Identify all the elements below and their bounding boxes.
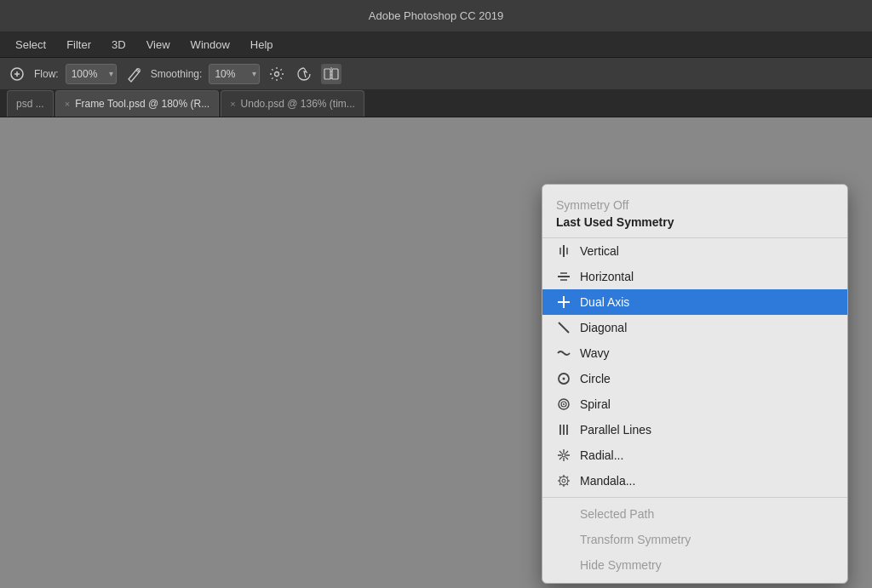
dropdown-item-mandala[interactable]: Mandala... [542,468,847,494]
tab-frame-tool[interactable]: × Frame Tool.psd @ 180% (R... [55,90,219,117]
dropdown-item-parallel-lines[interactable]: Parallel Lines [542,417,847,442]
dropdown-item-transform-symmetry: Transform Symmetry [542,527,847,552]
tab-psd-label: psd ... [16,98,44,110]
hide-symmetry-label: Hide Symmetry [580,558,662,572]
svg-point-23 [562,454,565,457]
vertical-icon [556,243,571,259]
horizontal-label: Horizontal [580,270,634,283]
svg-rect-13 [558,301,570,303]
app-title: Adobe Photoshop CC 2019 [369,9,503,22]
hide-symmetry-icon [556,557,571,573]
svg-point-19 [563,403,565,405]
tabs-bar: psd ... × Frame Tool.psd @ 180% (R... × … [0,90,872,117]
tab-psd[interactable]: psd ... [7,90,54,117]
menu-help[interactable]: Help [242,36,282,54]
smoothing-select-wrap: 10% [209,64,260,84]
svg-rect-9 [558,276,570,277]
menu-3d[interactable]: 3D [103,36,135,54]
symmetry-dropdown: Symmetry Off Last Used Symmetry Vertical [542,184,848,584]
transform-symmetry-label: Transform Symmetry [580,533,691,546]
radial-label: Radial... [580,448,623,462]
svg-line-38 [559,477,561,478]
menu-view[interactable]: View [138,36,179,54]
wavy-icon [556,345,571,361]
svg-line-29 [565,457,568,460]
parallel-lines-label: Parallel Lines [580,423,651,437]
brush-mode-icon[interactable] [7,64,27,84]
title-bar: Adobe Photoshop CC 2019 [0,0,872,32]
svg-rect-4 [332,69,338,79]
menu-select[interactable]: Select [7,36,54,54]
pressure-icon[interactable] [294,64,314,84]
selected-path-label: Selected Path [580,507,654,521]
diagonal-label: Diagonal [580,321,627,334]
radial-icon [556,448,571,463]
menu-bar: Select Filter 3D View Window Help [0,32,872,58]
dropdown-item-radial[interactable]: Radial... [542,442,847,468]
last-used-symmetry-item[interactable]: Last Used Symmetry [556,214,834,231]
app-window: Adobe Photoshop CC 2019 Select Filter 3D… [0,0,872,588]
svg-rect-3 [324,69,330,79]
flow-select[interactable]: 100% [66,64,117,84]
dropdown-item-diagonal[interactable]: Diagonal [542,315,847,340]
dropdown-item-horizontal[interactable]: Horizontal [542,264,847,289]
canvas-area[interactable]: Symmetry Off Last Used Symmetry Vertical [0,117,872,588]
mandala-icon [556,473,571,488]
flow-select-wrap: 100% [66,64,117,84]
vertical-label: Vertical [580,244,619,258]
dual-axis-label: Dual Axis [580,295,629,309]
svg-line-28 [559,451,562,454]
stylus-icon[interactable] [123,64,144,84]
flow-label: Flow: [34,68,59,80]
smoothing-select[interactable]: 10% [209,64,260,84]
svg-line-14 [559,323,569,333]
dropdown-item-wavy[interactable]: Wavy [542,340,847,366]
tab-undo-close[interactable]: × [230,99,235,109]
tab-frame-tool-close[interactable]: × [65,99,70,109]
svg-line-31 [559,457,562,460]
svg-point-16 [563,378,565,380]
dropdown-item-circle[interactable]: Circle [542,366,847,391]
symmetry-icon[interactable] [321,64,341,84]
diagonal-icon [556,320,571,335]
svg-point-2 [275,71,279,76]
dropdown-item-selected-path: Selected Path [542,501,847,527]
svg-line-30 [565,451,568,454]
tab-undo-label: Undo.psd @ 136% (tim... [241,98,355,110]
svg-line-40 [566,477,568,478]
horizontal-icon [556,269,571,284]
svg-rect-6 [563,245,565,257]
circle-label: Circle [580,372,611,385]
dropdown-top-section: Symmetry Off Last Used Symmetry [542,190,847,238]
toolbar: Flow: 100% Smoothing: 10% [0,58,872,90]
tab-undo[interactable]: × Undo.psd @ 136% (tim... [221,90,364,117]
dropdown-item-hide-symmetry: Hide Symmetry [542,552,847,578]
spiral-label: Spiral [580,397,611,411]
dropdown-bottom-section: Selected Path Transform Symmetry Hide Sy… [542,497,847,578]
dropdown-item-vertical[interactable]: Vertical [542,238,847,264]
svg-line-41 [559,483,561,485]
circle-icon [556,371,571,386]
dropdown-item-spiral[interactable]: Spiral [542,391,847,417]
transform-symmetry-icon [556,532,571,547]
wavy-label: Wavy [580,346,609,360]
svg-line-39 [566,483,568,485]
menu-window[interactable]: Window [182,36,238,54]
symmetry-off-item: Symmetry Off [556,195,834,214]
dual-axis-icon [556,294,571,310]
mandala-label: Mandala... [580,474,635,488]
selected-path-icon [556,506,571,522]
parallel-lines-icon [556,422,571,437]
menu-filter[interactable]: Filter [58,36,100,54]
dropdown-item-dual-axis[interactable]: Dual Axis [542,289,847,315]
tab-frame-tool-label: Frame Tool.psd @ 180% (R... [75,98,209,110]
settings-icon[interactable] [267,64,287,84]
spiral-icon [556,397,571,412]
smoothing-label: Smoothing: [151,68,203,80]
svg-point-33 [562,479,565,482]
